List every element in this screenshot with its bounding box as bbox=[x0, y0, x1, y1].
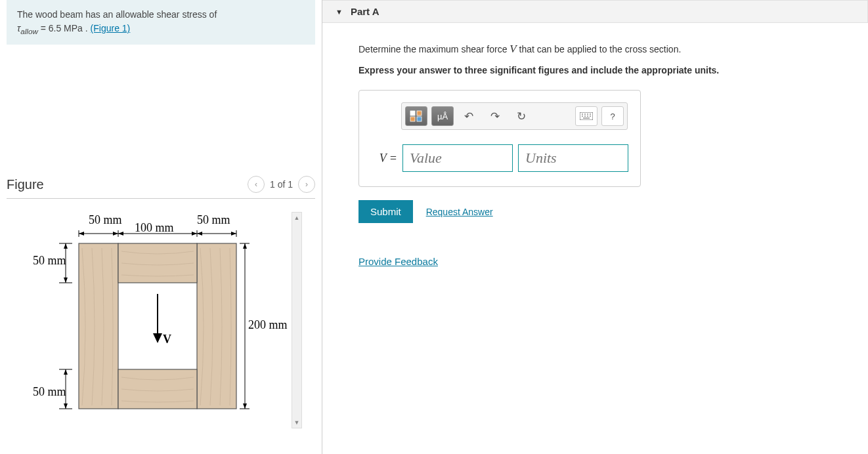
svg-marker-27 bbox=[243, 403, 247, 409]
figure-scrollbar[interactable]: ▲ ▼ bbox=[292, 212, 302, 428]
dim-top-left: 50 mm bbox=[89, 213, 122, 226]
svg-marker-33 bbox=[153, 333, 162, 343]
instruction-text: Express your answer to three significant… bbox=[358, 65, 821, 75]
scroll-down-icon[interactable]: ▼ bbox=[292, 417, 301, 428]
svg-marker-9 bbox=[192, 232, 197, 236]
part-title: Part A bbox=[351, 6, 380, 17]
force-label: V bbox=[163, 333, 171, 346]
svg-marker-26 bbox=[243, 243, 247, 249]
dim-right: 200 mm bbox=[248, 318, 288, 331]
svg-rect-36 bbox=[410, 117, 415, 121]
figure-counter: 1 of 1 bbox=[270, 179, 293, 190]
svg-marker-22 bbox=[64, 403, 68, 409]
reset-button[interactable]: ↻ bbox=[510, 106, 532, 126]
svg-marker-5 bbox=[79, 232, 84, 236]
redo-button[interactable]: ↷ bbox=[484, 106, 506, 126]
svg-marker-21 bbox=[64, 369, 68, 375]
request-answer-link[interactable]: Request Answer bbox=[426, 207, 493, 217]
undo-button[interactable]: ↶ bbox=[458, 106, 480, 126]
provide-feedback-link[interactable]: Provide Feedback bbox=[358, 256, 821, 267]
svg-rect-30 bbox=[118, 243, 197, 283]
dim-top-mid: 100 mm bbox=[135, 221, 174, 234]
scroll-up-icon[interactable]: ▲ bbox=[292, 213, 301, 223]
collapse-caret-icon[interactable]: ▼ bbox=[336, 8, 343, 16]
problem-text: The wood beam has an allowable shear str… bbox=[17, 9, 217, 20]
dim-top-right: 50 mm bbox=[197, 213, 230, 226]
answer-box: µÅ ↶ ↷ ↻ bbox=[358, 90, 641, 187]
figure-next-button[interactable]: › bbox=[298, 176, 315, 193]
svg-marker-12 bbox=[231, 232, 236, 236]
tau-symbol: τallow bbox=[17, 23, 38, 33]
help-button[interactable]: ? bbox=[601, 106, 624, 126]
keyboard-button[interactable] bbox=[575, 106, 597, 126]
problem-statement: The wood beam has an allowable shear str… bbox=[7, 0, 315, 45]
figure-nav: ‹ 1 of 1 › bbox=[248, 176, 315, 193]
svg-rect-34 bbox=[410, 111, 415, 115]
answer-toolbar: µÅ ↶ ↷ ↻ bbox=[401, 102, 628, 130]
svg-marker-8 bbox=[118, 232, 123, 236]
dim-left-bot: 50 mm bbox=[33, 385, 66, 398]
units-button[interactable]: µÅ bbox=[431, 106, 454, 126]
figure-diagram: 50 mm 50 mm 100 mm bbox=[20, 212, 302, 428]
dim-left-top: 50 mm bbox=[33, 254, 66, 267]
svg-marker-16 bbox=[64, 243, 68, 249]
units-input[interactable] bbox=[518, 144, 628, 172]
svg-rect-37 bbox=[417, 117, 422, 121]
svg-rect-35 bbox=[417, 111, 422, 115]
figure-title: Figure bbox=[7, 177, 44, 192]
keyboard-icon bbox=[580, 112, 593, 120]
svg-marker-17 bbox=[64, 278, 68, 283]
templates-button[interactable] bbox=[405, 106, 427, 126]
svg-marker-6 bbox=[113, 232, 118, 236]
figure-prev-button[interactable]: ‹ bbox=[248, 176, 265, 193]
prompt-text: Determine the maximum shear force V that… bbox=[358, 43, 821, 56]
submit-button[interactable]: Submit bbox=[358, 200, 413, 223]
value-input[interactable] bbox=[402, 144, 513, 172]
svg-rect-31 bbox=[118, 369, 197, 409]
answer-variable-label: V = bbox=[368, 152, 397, 165]
figure-link[interactable]: (Figure 1) bbox=[91, 23, 131, 33]
svg-marker-11 bbox=[197, 232, 202, 236]
tau-value: = 6.5 MPa . bbox=[38, 23, 91, 33]
part-header[interactable]: ▼ Part A bbox=[322, 0, 868, 23]
templates-icon bbox=[410, 110, 423, 122]
